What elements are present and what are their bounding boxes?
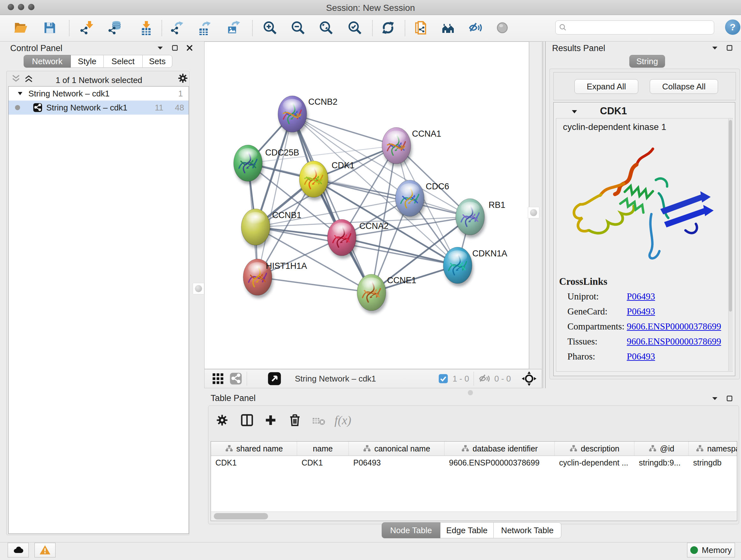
crosslink-link[interactable]: P06493: [627, 306, 655, 317]
crosslink-link[interactable]: P06493: [627, 291, 655, 302]
import-table-button[interactable]: [135, 19, 153, 37]
expand-all-networks-icon[interactable]: [24, 75, 34, 82]
warnings-button[interactable]: [35, 543, 56, 557]
control-panel-window-controls: [157, 45, 193, 51]
hide-glyphs-button[interactable]: [467, 19, 484, 37]
network-tree-root-row[interactable]: String Network – cdk1 1: [9, 86, 189, 101]
results-panel-tab-bar: String: [629, 55, 665, 68]
search-input[interactable]: [567, 23, 705, 32]
left-splitter-handle[interactable]: [193, 283, 204, 294]
hierarchy-icon: [649, 444, 657, 453]
network-options-gear-icon[interactable]: [178, 73, 188, 84]
tab-node-table[interactable]: Node Table: [382, 522, 441, 538]
table-cell[interactable]: CDK1: [211, 458, 297, 468]
table-options-gear-icon[interactable]: [216, 414, 228, 427]
import-network-button[interactable]: [78, 19, 96, 37]
table-row[interactable]: CDK1CDK1P064939606.ENSP00000378699cyclin…: [211, 456, 737, 469]
table-cell[interactable]: cyclin-dependent ...: [555, 458, 634, 468]
crosslink-link[interactable]: 9606.ENSP00000378699: [627, 321, 721, 332]
delete-column-trash-icon[interactable]: [288, 413, 302, 427]
hierarchy-icon: [696, 444, 704, 453]
crosslink-link[interactable]: P06493: [627, 351, 655, 362]
export-table-button[interactable]: [196, 19, 214, 37]
fit-content-crosshair-icon[interactable]: [522, 371, 536, 386]
float-panel-icon[interactable]: [726, 395, 733, 401]
svg-text:HIST1H1A: HIST1H1A: [266, 261, 307, 271]
add-column-icon[interactable]: [264, 414, 277, 427]
open-session-button[interactable]: [11, 19, 29, 37]
tab-style[interactable]: Style: [71, 55, 104, 68]
grid-view-icon[interactable]: [212, 372, 224, 385]
collapse-panel-icon[interactable]: [157, 46, 163, 50]
protein-expander-icon[interactable]: [571, 109, 578, 114]
tab-network-table[interactable]: Network Table: [494, 522, 561, 538]
show-columns-icon[interactable]: [240, 413, 254, 427]
column-header-canonical-name[interactable]: canonical name: [349, 442, 445, 455]
crosslink-link[interactable]: 9606.ENSP00000378699: [627, 336, 721, 347]
tab-select[interactable]: Select: [104, 55, 143, 68]
network-tree-child-row[interactable]: String Network – cdk1 11 48: [9, 101, 189, 115]
tab-edge-table[interactable]: Edge Table: [441, 522, 494, 538]
search-field[interactable]: [555, 20, 714, 35]
column-header-description[interactable]: description: [555, 442, 634, 455]
network-right-gutter: [529, 42, 542, 369]
collapse-all-button[interactable]: Collapse All: [650, 79, 718, 94]
float-panel-icon[interactable]: [726, 45, 733, 51]
vertical-splitter[interactable]: [542, 42, 543, 388]
export-network-button[interactable]: [169, 19, 186, 37]
horizontal-splitter-handle[interactable]: [468, 390, 473, 395]
birdseye-view-icon[interactable]: [267, 372, 281, 386]
column-header-namespace[interactable]: namespace: [689, 442, 737, 455]
search-icon: [559, 23, 567, 32]
tab-network[interactable]: Network: [23, 55, 71, 68]
collapse-all-networks-icon[interactable]: [11, 75, 21, 82]
string-document-button[interactable]: [412, 19, 430, 37]
network-view-title: String Network – cdk1: [295, 374, 376, 384]
cloud-status-button[interactable]: [8, 543, 29, 557]
table-cell[interactable]: stringdb:9...: [634, 458, 689, 468]
zoom-out-button[interactable]: [289, 19, 307, 37]
right-splitter-handle[interactable]: [528, 207, 539, 219]
table-cell[interactable]: 9606.ENSP00000378699: [445, 458, 555, 468]
scrollbar-thumb[interactable]: [214, 513, 268, 519]
export-image-button[interactable]: [225, 19, 243, 37]
table-horizontal-scrollbar[interactable]: [211, 511, 737, 521]
control-panel-tab-bar: Network Style Select Sets: [23, 55, 172, 68]
node-table[interactable]: shared namenamecanonical namedatabase id…: [211, 441, 737, 521]
refresh-button[interactable]: [379, 19, 397, 37]
float-panel-icon[interactable]: [172, 45, 178, 51]
zoom-in-button[interactable]: [261, 19, 279, 37]
network-graph[interactable]: CCNB2CCNA1CDC25BCDK1CDC6RB1CCNB1CCNA2CDK…: [205, 42, 529, 369]
tree-expander-icon[interactable]: [17, 91, 23, 96]
results-panel-title: Results Panel: [552, 44, 605, 53]
column-header-database-identifier[interactable]: database identifier: [445, 442, 555, 455]
memory-button[interactable]: Memory: [687, 543, 735, 557]
window-title: Session: New Session: [0, 3, 741, 13]
expand-all-button[interactable]: Expand All: [575, 79, 638, 94]
table-cell[interactable]: CDK1: [297, 458, 349, 468]
network-canvas[interactable]: CCNB2CCNA1CDC25BCDK1CDC6RB1CCNB1CCNA2CDK…: [204, 42, 529, 369]
tab-sets[interactable]: Sets: [143, 55, 172, 68]
table-cell[interactable]: stringdb: [689, 458, 737, 468]
svg-text:CDK1: CDK1: [332, 161, 354, 170]
show-glyphs-button[interactable]: [493, 19, 511, 37]
column-header-shared-name[interactable]: shared name: [211, 442, 297, 455]
import-database-button[interactable]: [106, 19, 124, 37]
column-header--id[interactable]: @id: [634, 442, 689, 455]
zoom-fit-button[interactable]: [317, 19, 335, 37]
toolbar-separator: [474, 372, 474, 386]
collapse-panel-icon[interactable]: [712, 396, 718, 401]
collapse-panel-icon[interactable]: [712, 46, 718, 50]
close-panel-icon[interactable]: [186, 45, 193, 51]
tab-string[interactable]: String: [629, 55, 665, 68]
toolbar-separator: [69, 20, 70, 36]
results-scrollbar[interactable]: [728, 119, 733, 371]
selected-checkbox-icon[interactable]: [438, 373, 449, 384]
share-view-icon[interactable]: [229, 372, 242, 385]
column-header-name[interactable]: name: [297, 442, 349, 455]
table-cell[interactable]: P06493: [349, 458, 445, 468]
help-button[interactable]: ?: [725, 19, 740, 35]
zoom-selected-button[interactable]: [346, 19, 364, 37]
string-home-button[interactable]: [440, 19, 458, 37]
save-session-button[interactable]: [41, 19, 59, 37]
